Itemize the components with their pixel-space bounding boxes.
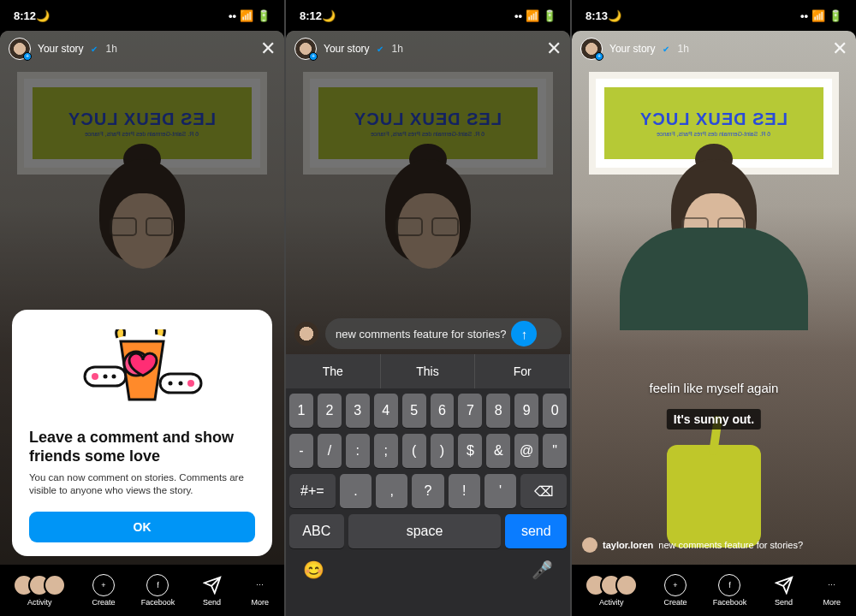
nav-send[interactable]: Send [201, 574, 223, 607]
send-up-icon[interactable]: ↑ [511, 321, 537, 346]
keyboard: 1234567890 -/:;()$&@" #+= .,?!' ⌫ ABC sp… [286, 388, 570, 616]
key-abc[interactable]: ABC [289, 514, 344, 548]
send-icon [201, 574, 223, 596]
modal-heading: Leave a comment and show friends some lo… [29, 428, 255, 466]
nav-facebook[interactable]: fFacebook [713, 574, 747, 607]
screen-comment-prompt: 8:12 🌙 ••📶🔋 LES DEUX LUCY 6 R. Saint-Ger… [0, 0, 284, 616]
key-backspace[interactable]: ⌫ [520, 474, 567, 508]
svg-point-7 [179, 381, 183, 385]
status-bar: 8:12 🌙 ••📶🔋 [0, 0, 284, 31]
comment-input[interactable]: new comments feature for stories? ↑ [325, 318, 562, 349]
avatar[interactable]: + [294, 38, 317, 60]
screen-story-view: 8:13🌙••📶🔋 LES DEUX LUCY6 R. Saint-Germai… [572, 0, 856, 616]
key[interactable]: ; [374, 434, 398, 468]
nav-activity[interactable]: Activity [585, 574, 638, 607]
comment-text: new comments feature for stories? [658, 540, 803, 550]
ok-button[interactable]: OK [29, 512, 255, 542]
key-space[interactable]: space [348, 514, 502, 548]
verified-icon: ✔ [91, 44, 98, 54]
svg-point-1 [92, 373, 98, 380]
nav-activity[interactable]: Activity [13, 574, 66, 607]
key[interactable]: 0 [543, 394, 567, 428]
svg-point-3 [112, 374, 116, 378]
plus-icon: + [92, 574, 115, 596]
key[interactable]: 9 [514, 394, 538, 428]
key-symbols[interactable]: #+= [289, 474, 336, 508]
nav-create[interactable]: +Create [663, 574, 687, 607]
key[interactable]: ! [449, 474, 480, 508]
key[interactable]: @ [514, 434, 538, 468]
avatar[interactable]: + [580, 38, 603, 60]
wall-poster: LES DEUX LUCY 6 R. Saint-Germain des Pré… [17, 72, 267, 175]
suggestion[interactable]: For [475, 354, 570, 388]
key[interactable]: ? [412, 474, 443, 508]
key[interactable]: " [543, 434, 567, 468]
key[interactable]: . [340, 474, 372, 508]
commenter-avatar [582, 537, 597, 553]
emoji-icon[interactable]: 😊 [303, 560, 324, 580]
svg-point-2 [104, 374, 108, 378]
key[interactable]: 5 [402, 394, 426, 428]
key[interactable]: 4 [374, 394, 398, 428]
nav-create[interactable]: +Create [92, 574, 115, 607]
facebook-icon: f [146, 574, 169, 596]
nav-send[interactable]: Send [773, 574, 795, 607]
more-icon: ⋯ [249, 574, 271, 596]
story-header: + Your story ✔ 1h ✕ [9, 38, 276, 60]
story-bottom-nav: Activity +Create fFacebook Send ⋯More [0, 565, 284, 616]
comment-intro-modal: Leave a comment and show friends some lo… [12, 310, 272, 556]
key[interactable]: ( [402, 434, 426, 468]
key[interactable]: 3 [346, 394, 370, 428]
key[interactable]: - [289, 434, 313, 468]
caption-line-1: feelin like myself again [650, 381, 779, 395]
close-icon[interactable]: ✕ [546, 38, 562, 60]
keyboard-suggestions: The This For [286, 354, 570, 388]
modal-body: You can now comment on stories. Comments… [29, 471, 255, 498]
avatar[interactable]: + [9, 38, 31, 60]
key[interactable]: 1 [289, 394, 313, 428]
key-send[interactable]: send [505, 514, 567, 548]
nav-more[interactable]: ⋯More [249, 574, 271, 607]
close-icon[interactable]: ✕ [260, 38, 276, 60]
story-title: Your story [38, 43, 84, 55]
screen-keyboard: 8:12🌙••📶🔋 LES DEUX LUCY6 R. Saint-Germai… [286, 0, 570, 616]
story-comment[interactable]: taylor.loren new comments feature for st… [582, 537, 846, 553]
comment-input-bar: new comments feature for stories? ↑ [294, 317, 562, 351]
nav-facebook[interactable]: fFacebook [141, 574, 175, 607]
status-time: 8:12 [14, 9, 36, 22]
comment-username: taylor.loren [603, 540, 653, 550]
mic-icon[interactable]: 🎤 [532, 560, 553, 580]
svg-point-5 [187, 380, 194, 387]
key[interactable]: ' [484, 474, 516, 508]
close-icon[interactable]: ✕ [832, 38, 847, 60]
key[interactable]: ) [431, 434, 455, 468]
story-age: 1h [106, 43, 117, 55]
key[interactable]: : [346, 434, 370, 468]
key[interactable]: $ [458, 434, 482, 468]
nav-more[interactable]: ⋯More [821, 574, 843, 607]
suggestion[interactable]: This [381, 354, 476, 388]
key[interactable]: 8 [486, 394, 510, 428]
key[interactable]: , [376, 474, 407, 508]
caption-line-2: It's sunny out. [667, 409, 761, 429]
status-icons: ••📶🔋 [229, 9, 270, 22]
modal-illustration [29, 325, 255, 419]
commenter-avatar [294, 322, 318, 346]
svg-point-6 [169, 381, 173, 385]
cup-graphic [667, 445, 761, 548]
suggestion[interactable]: The [286, 354, 381, 388]
key[interactable]: 6 [431, 394, 455, 428]
key[interactable]: 2 [318, 394, 342, 428]
key[interactable]: & [486, 434, 510, 468]
key[interactable]: / [318, 434, 342, 468]
key[interactable]: 7 [458, 394, 482, 428]
